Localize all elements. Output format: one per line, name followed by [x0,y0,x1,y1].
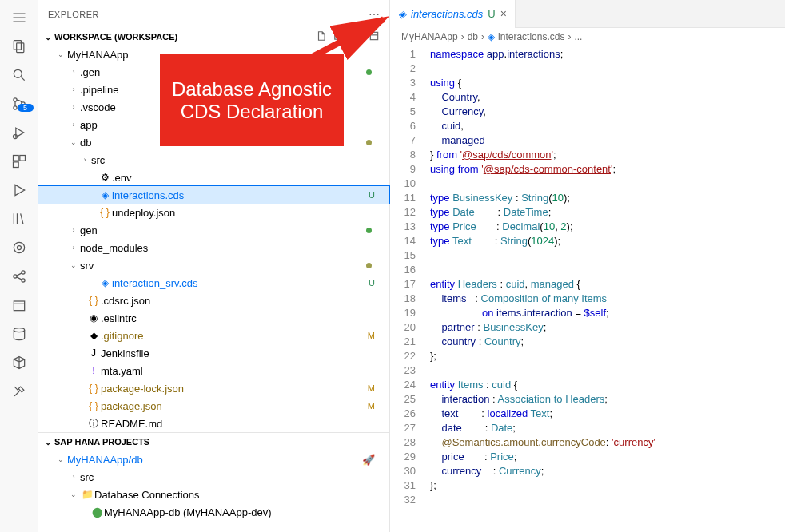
run-debug-icon[interactable] [8,121,30,144]
chevron-down-icon: ⌄ [54,455,67,463]
breadcrumb-segment[interactable]: MyHANAApp [401,31,458,42]
hana-title: SAP HANA PROJECTS [54,437,149,447]
line-number: 6 [390,119,416,133]
code-line[interactable] [430,363,785,378]
svg-point-13 [13,275,16,278]
code-line[interactable] [430,177,785,191]
extensions-icon[interactable] [8,150,30,173]
code-line[interactable]: @Semantics.amount.currencyCode: 'currenc… [430,435,785,450]
source-control-icon[interactable] [8,93,30,115]
code-line[interactable]: cuid, [430,119,785,133]
hana-project[interactable]: ⌄ MyHANAApp/db 🚀 [38,451,389,468]
tab-interactions[interactable]: ◈ interactions.cds U × [390,0,516,28]
code-line[interactable]: text : localized Text; [430,407,785,421]
rocket-icon[interactable]: 🚀 [362,454,375,466]
code-line[interactable]: currency : Currency; [430,464,785,478]
code-line[interactable] [430,493,785,507]
json-icon: { } [86,400,101,411]
code-line[interactable]: namespace app.interactions; [430,47,785,62]
tree-item[interactable]: { }undeploy.json [38,204,389,221]
hana-connections[interactable]: ⌄ 📁 Database Connections [38,486,389,503]
code-line[interactable]: }; [430,478,785,493]
tree-item[interactable]: ◆.gitignoreM [38,327,389,344]
tree-item[interactable]: ◉.eslintrc [38,309,389,327]
database-icon[interactable] [8,323,30,345]
code-line[interactable]: on items.interaction = $self; [430,306,785,320]
tree-item[interactable]: ⌄srv [38,256,389,274]
tree-item[interactable]: ›gen [38,221,389,239]
code-area[interactable]: 1234567891011121314151617181920212223242… [390,46,785,532]
code-line[interactable]: type Text : String(1024); [430,234,785,248]
code-line[interactable]: country : Country; [430,335,785,349]
search-icon[interactable] [8,64,30,86]
tree-item[interactable]: ◈interaction_srv.cdsU [38,274,389,292]
tree-item[interactable]: JJenkinsfile [38,344,389,362]
gear-icon: ⚙ [98,172,112,183]
tree-item[interactable]: ⚙.env [38,169,389,186]
close-icon[interactable]: × [500,7,507,20]
code-line[interactable]: using { [430,76,785,90]
line-number: 5 [390,105,416,119]
breadcrumb-segment[interactable]: interactions.cds [498,31,564,42]
hana-db-conn[interactable]: ⬤ MyHANAApp-db (MyHANAApp-dev) [38,503,389,521]
code-line[interactable]: managed [430,133,785,148]
line-number: 31 [390,478,416,493]
tree-label: .pipeline [80,84,118,96]
code-content[interactable]: namespace app.interactions; using { Coun… [427,46,785,532]
chevron-icon: › [67,244,80,252]
code-line[interactable]: Currency, [430,105,785,119]
code-line[interactable]: price : Price; [430,450,785,464]
explorer-icon[interactable] [8,35,30,58]
circle-icon[interactable] [8,236,30,259]
code-line[interactable]: items : Composition of many Items [430,292,785,306]
cube-icon[interactable] [8,351,30,374]
code-line[interactable] [430,263,785,277]
code-line[interactable]: type Date : DateTime; [430,205,785,220]
tree-item[interactable]: { }.cdsrc.json [38,292,389,309]
hana-header[interactable]: ⌄ SAP HANA PROJECTS [38,433,389,451]
tree-item[interactable]: ◈interactions.cdsU [38,186,389,204]
library-icon[interactable] [8,208,30,230]
code-line[interactable] [430,62,785,76]
code-line[interactable]: entity Items : cuid { [430,378,785,392]
tree-label: src [91,154,105,166]
code-line[interactable]: }; [430,349,785,363]
breadcrumb[interactable]: MyHANAApp›db›◈ interactions.cds›... [390,28,785,46]
box-icon[interactable] [8,294,30,316]
chevron-icon: › [67,121,80,129]
code-line[interactable]: interaction : Association to Headers; [430,392,785,407]
line-number: 29 [390,450,416,464]
svg-point-12 [17,246,21,250]
git-status: U [369,278,375,288]
code-line[interactable]: partner : BusinessKey; [430,320,785,335]
share-icon[interactable] [8,265,30,288]
svg-point-11 [14,242,24,252]
tree-item[interactable]: { }package-lock.jsonM [38,379,389,397]
code-line[interactable]: using from '@sap/cds-common-content'; [430,162,785,177]
code-line[interactable]: Country, [430,90,785,105]
tree-item[interactable]: ⓘREADME.md [38,415,389,432]
code-line[interactable]: } from '@sap/cds/common'; [430,148,785,162]
hana-src-label: src [80,471,94,483]
hana-conn-label: Database Connections [94,489,200,501]
tree-item[interactable]: ›node_modules [38,239,389,256]
explorer-title: EXPLORER [48,10,99,19]
breadcrumb-segment[interactable]: db [468,31,478,42]
tree-label: .eslintrc [101,312,137,324]
chevron-right-icon: › [481,31,484,42]
tab-label: interactions.cds [411,8,483,20]
breadcrumb-segment[interactable]: ... [574,31,582,42]
tree-item[interactable]: ›src [38,151,389,169]
play-icon[interactable] [8,179,30,201]
code-line[interactable] [430,248,785,263]
code-line[interactable]: type Price : Decimal(10, 2); [430,220,785,234]
menu-icon[interactable] [8,6,30,29]
tree-item[interactable]: { }package.jsonM [38,397,389,415]
code-line[interactable]: date : Date; [430,421,785,435]
tree-item[interactable]: !mta.yaml [38,362,389,379]
code-line[interactable]: entity Headers : cuid, managed { [430,277,785,292]
tools-icon[interactable] [8,380,30,403]
line-number: 8 [390,148,416,162]
hana-src[interactable]: › src [38,468,389,486]
code-line[interactable]: type BusinessKey : String(10); [430,191,785,205]
